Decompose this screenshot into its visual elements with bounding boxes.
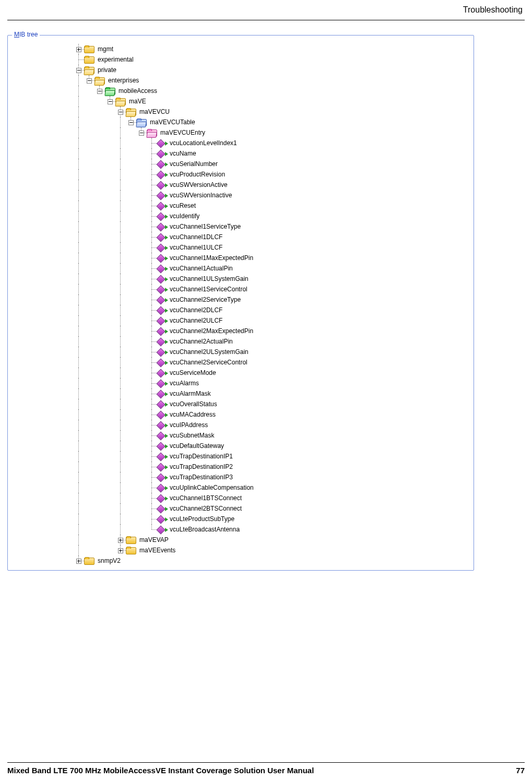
tree-leaf-vcuChannel1ULCF[interactable]: vcuChannel1ULCF — [11, 242, 470, 253]
tree-leaf-vcuOverallStatus[interactable]: vcuOverallStatus — [11, 399, 470, 409]
tree-leaf-vcuChannel2MaxExpectedPin[interactable]: vcuChannel2MaxExpectedPin — [11, 326, 470, 336]
tree-node-mgmt[interactable]: mgmt — [11, 44, 470, 54]
panel-title-rest: IB tree — [19, 31, 38, 38]
header-section-title: Troubleshooting — [463, 5, 523, 14]
tree-leaf-vcuTrapDestinationIP1[interactable]: vcuTrapDestinationIP1 — [11, 451, 470, 462]
tree-leaf-vcuChannel2ULSystemGain[interactable]: vcuChannel2ULSystemGain — [11, 347, 470, 357]
leaf-node-icon — [157, 464, 167, 471]
node-label: vcuChannel2ULCF — [169, 315, 222, 326]
tree-leaf-vcuChannel2DLCF[interactable]: vcuChannel2DLCF — [11, 305, 470, 315]
tree-leaf-vcuLocationLevelIndex1[interactable]: vcuLocationLevelIndex1 — [11, 138, 470, 148]
collapse-toggle[interactable] — [76, 68, 81, 73]
tree-leaf-vcuChannel2BTSConnect[interactable]: vcuChannel2BTSConnect — [11, 503, 470, 514]
screenshot-figure: MIB tree mgmtexperimentalprivateenterpri… — [7, 35, 525, 571]
tree-leaf-vcuDefaultGateway[interactable]: vcuDefaultGateway — [11, 441, 470, 451]
tree-leaf-vcuSubnetMask[interactable]: vcuSubnetMask — [11, 430, 470, 441]
collapse-toggle[interactable] — [118, 110, 123, 115]
node-label: snmpV2 — [97, 556, 121, 566]
tree-leaf-vcuMACaddress[interactable]: vcuMACaddress — [11, 409, 470, 420]
node-label: vcuChannel1ActualPin — [169, 263, 233, 274]
node-label: vcuReset — [169, 200, 196, 211]
leaf-node-icon — [157, 213, 167, 220]
tree-leaf-vcuChannel2ServiceControl[interactable]: vcuChannel2ServiceControl — [11, 357, 470, 368]
tree-node-experimental[interactable]: experimental — [11, 54, 470, 65]
tree-node-private[interactable]: private — [11, 65, 470, 75]
tree-leaf-vcuChannel1BTSConnect[interactable]: vcuChannel1BTSConnect — [11, 493, 470, 503]
leaf-node-icon — [157, 297, 167, 304]
tree-leaf-vcuName[interactable]: vcuName — [11, 148, 470, 159]
tree-leaf-vcuChannel1ActualPin[interactable]: vcuChannel1ActualPin — [11, 263, 470, 274]
tree-leaf-vcuChannel1ServiceControl[interactable]: vcuChannel1ServiceControl — [11, 284, 470, 294]
folder-open-icon — [115, 98, 126, 105]
tree-leaf-vcuLteBroadcastAntenna[interactable]: vcuLteBroadcastAntenna — [11, 524, 470, 535]
tree-leaf-vcuChannel2ActualPin[interactable]: vcuChannel2ActualPin — [11, 336, 470, 347]
node-label: maVEVCUTable — [149, 117, 195, 127]
node-label: vcuMACaddress — [169, 409, 216, 420]
tree-leaf-vcuReset[interactable]: vcuReset — [11, 200, 470, 211]
mib-tree[interactable]: mgmtexperimentalprivateenterprisesmobile… — [11, 44, 470, 566]
tree-leaf-vcuUplinkCableCompensation[interactable]: vcuUplinkCableCompensation — [11, 482, 470, 493]
tree-leaf-vcuChannel2ULCF[interactable]: vcuChannel2ULCF — [11, 315, 470, 326]
expand-toggle[interactable] — [76, 47, 81, 52]
node-label: maVEVCU — [138, 107, 170, 117]
tree-node-maVE[interactable]: maVE — [11, 96, 470, 107]
node-label: experimental — [97, 54, 134, 65]
node-label: vcuChannel1ServiceControl — [169, 284, 247, 294]
tree-leaf-vcuChannel1MaxExpectedPin[interactable]: vcuChannel1MaxExpectedPin — [11, 253, 470, 263]
expand-toggle[interactable] — [118, 538, 123, 543]
leaf-node-icon — [157, 265, 167, 273]
node-label: vcuChannel2BTSConnect — [169, 503, 242, 514]
collapse-toggle[interactable] — [108, 99, 113, 104]
leaf-node-icon — [157, 401, 167, 408]
tree-node-snmpV2[interactable]: snmpV2 — [11, 556, 470, 566]
tree-leaf-vcuTrapDestinationIP2[interactable]: vcuTrapDestinationIP2 — [11, 462, 470, 472]
tree-leaf-vcuServiceMode[interactable]: vcuServiceMode — [11, 368, 470, 378]
node-label: vcuLteBroadcastAntenna — [169, 524, 240, 535]
tree-leaf-vcuProductRevision[interactable]: vcuProductRevision — [11, 169, 470, 180]
tree-leaf-vcuChannel1ServiceType[interactable]: vcuChannel1ServiceType — [11, 221, 470, 232]
tree-leaf-vcuChannel1ULSystemGain[interactable]: vcuChannel1ULSystemGain — [11, 274, 470, 284]
node-label: vcuIPAddress — [169, 420, 208, 430]
tree-leaf-vcuSWVersionInactive[interactable]: vcuSWVersionInactive — [11, 190, 470, 200]
tree-node-maVEVAP[interactable]: maVEVAP — [11, 535, 470, 545]
node-label: vcuLteProductSubType — [169, 514, 234, 524]
leaf-node-icon — [157, 328, 167, 335]
leaf-node-icon — [157, 495, 167, 502]
tree-leaf-vcuSWVersionActive[interactable]: vcuSWVersionActive — [11, 180, 470, 190]
tree-leaf-vcuSerialNumber[interactable]: vcuSerialNumber — [11, 159, 470, 169]
tree-node-mobileAccess[interactable]: mobileAccess — [11, 86, 470, 96]
node-label: maVEEvents — [138, 545, 175, 556]
collapse-toggle[interactable] — [128, 120, 134, 125]
tree-leaf-vcuChannel1DLCF[interactable]: vcuChannel1DLCF — [11, 232, 470, 242]
node-label: vcuSWVersionInactive — [169, 190, 232, 200]
collapse-toggle[interactable] — [97, 89, 102, 94]
node-label: vcuDefaultGateway — [169, 441, 224, 451]
expand-toggle[interactable] — [118, 548, 123, 553]
tree-node-maVEEvents[interactable]: maVEEvents — [11, 545, 470, 556]
node-label: vcuChannel2ServiceControl — [169, 357, 247, 368]
tree-leaf-vcuTrapDestinationIP3[interactable]: vcuTrapDestinationIP3 — [11, 472, 470, 482]
node-label: vcuChannel2ActualPin — [169, 336, 233, 347]
tree-node-enterprises[interactable]: enterprises — [11, 75, 470, 86]
tree-leaf-vcuChannel2ServiceType[interactable]: vcuChannel2ServiceType — [11, 294, 470, 305]
node-label: vcuChannel1ServiceType — [169, 221, 241, 232]
expand-toggle[interactable] — [76, 559, 81, 564]
node-label: vcuChannel1ULSystemGain — [169, 274, 249, 284]
leaf-node-icon — [157, 453, 167, 460]
node-label: vcuChannel2MaxExpectedPin — [169, 326, 253, 336]
collapse-toggle[interactable] — [139, 131, 144, 136]
leaf-node-icon — [157, 349, 167, 356]
tree-leaf-vcuIdentify[interactable]: vcuIdentify — [11, 211, 470, 221]
node-label: vcuChannel1MaxExpectedPin — [169, 253, 253, 263]
tree-node-maVEVCUTable[interactable]: maVEVCUTable — [11, 117, 470, 127]
tree-leaf-vcuLteProductSubType[interactable]: vcuLteProductSubType — [11, 514, 470, 524]
leaf-node-icon — [157, 370, 167, 377]
collapse-toggle[interactable] — [87, 78, 92, 84]
leaf-node-icon — [157, 474, 167, 481]
tree-leaf-vcuAlarms[interactable]: vcuAlarms — [11, 378, 470, 388]
tree-leaf-vcuIPAddress[interactable]: vcuIPAddress — [11, 420, 470, 430]
tree-node-maVEVCU[interactable]: maVEVCU — [11, 107, 470, 117]
tree-leaf-vcuAlarmMask[interactable]: vcuAlarmMask — [11, 388, 470, 399]
tree-node-maVEVCUEntry[interactable]: maVEVCUEntry — [11, 127, 470, 138]
leaf-node-icon — [157, 338, 167, 346]
